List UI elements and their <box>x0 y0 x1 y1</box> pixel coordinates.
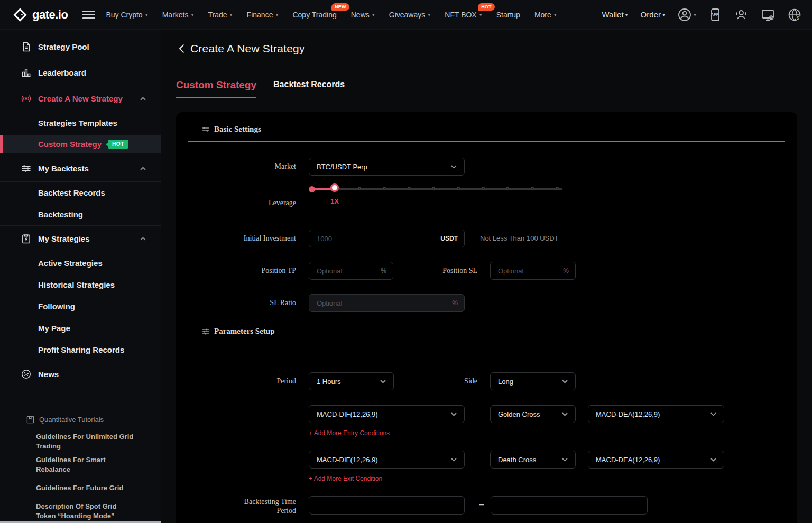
period-label: Period <box>176 377 296 386</box>
slider-track[interactable] <box>312 188 562 190</box>
position-sl-input[interactable] <box>497 267 563 276</box>
sidebar-item-label: Leaderboard <box>38 68 86 77</box>
sidebar-item-strategies-templates[interactable]: Strategies Templates <box>0 112 161 134</box>
back-chevron-icon[interactable] <box>179 44 184 53</box>
clipboard-icon <box>21 234 31 244</box>
sidebar-item-label: My Page <box>38 324 70 333</box>
entry-indicator-select[interactable]: MACD-DIF(12,26,9) <box>309 405 465 423</box>
caret-down-icon: ▾ <box>372 12 375 17</box>
initial-investment-input[interactable] <box>316 234 440 243</box>
slider-tick <box>506 187 509 190</box>
slider-tick <box>408 187 411 190</box>
leverage-value: 1X <box>330 197 339 205</box>
sidebar-item-backtesting[interactable]: Backtesting <box>0 204 161 225</box>
leverage-slider[interactable] <box>309 186 562 192</box>
tutorial-link-hoarding-mode[interactable]: Description Of Spot Grid Token “Hoarding… <box>0 500 161 523</box>
tab-custom-strategy[interactable]: Custom Strategy <box>176 79 256 98</box>
sliders-icon <box>201 328 210 335</box>
slider-handle[interactable] <box>330 183 339 192</box>
exit-indicator-select[interactable]: MACD-DIF(12,26,9) <box>309 451 465 469</box>
chevron-down-icon <box>451 412 457 416</box>
sidebar-item-label: Custom Strategy <box>38 140 102 149</box>
bar-chart-icon <box>21 68 31 78</box>
usdt-unit: USDT <box>440 235 458 242</box>
sidebar-item-historical-strategies[interactable]: Historical Strategies <box>0 274 161 296</box>
sidebar-item-my-backtests[interactable]: My Backtests <box>0 155 161 181</box>
top-navbar: gate.io Buy Crypto▾ Markets▾ Trade▾ Fina… <box>0 0 812 30</box>
nav-item-nft-box[interactable]: NFT BOX▾HOT <box>445 11 482 19</box>
tutorial-link-future-grid[interactable]: Guidelines For Future Grid <box>0 476 161 500</box>
support-icon[interactable] <box>734 8 748 22</box>
sl-ratio-input[interactable] <box>316 299 452 308</box>
section-title: Parameters Setup <box>214 327 275 336</box>
side-label: Side <box>356 377 477 386</box>
slider-tick <box>358 187 361 190</box>
globe-currency-icon[interactable]: $ <box>788 8 801 22</box>
slider-start-dot <box>309 186 315 192</box>
sidebar-item-label: Backtesting <box>38 210 83 219</box>
sidebar-item-backtest-records[interactable]: Backtest Records <box>0 182 161 204</box>
sidebar-item-custom-strategy[interactable]: Custom Strategy HOT <box>0 135 161 153</box>
exit-condition-select[interactable]: Death Cross <box>490 451 576 469</box>
nav-item-trade[interactable]: Trade▾ <box>208 11 233 19</box>
sidebar-item-news[interactable]: News <box>0 361 161 387</box>
sidebar-item-quantitative-tutorials[interactable]: Quantitative Tutorials <box>0 409 161 430</box>
entry-condition-select[interactable]: Golden Cross <box>490 405 576 423</box>
hamburger-menu-icon[interactable] <box>82 11 95 19</box>
add-entry-condition-link[interactable]: + Add More Entry Conditions <box>309 429 390 437</box>
side-select[interactable]: Long <box>490 372 576 390</box>
wallet-menu[interactable]: Wallet▾ <box>602 10 628 19</box>
sidebar-horizontal-scrollbar[interactable] <box>0 521 161 523</box>
desktop-settings-icon[interactable] <box>761 8 775 22</box>
tutorial-link-smart-rebalance[interactable]: Guidelines For Smart Rebalance <box>0 453 161 476</box>
chevron-down-icon <box>562 458 568 462</box>
percent-suffix: % <box>452 299 458 307</box>
section-title: Basic Settings <box>214 125 261 134</box>
chevron-down-icon <box>451 165 457 169</box>
position-sl-label: Position SL <box>356 267 477 275</box>
entry-condition-value: Golden Cross <box>498 410 540 418</box>
add-exit-condition-link[interactable]: + Add More Exit Condition <box>309 475 382 482</box>
gateio-logo[interactable]: gate.io <box>13 7 68 22</box>
leverage-label: Leverage <box>176 199 296 207</box>
sidebar-item-profit-sharing-records[interactable]: Profit Sharing Records <box>0 339 161 361</box>
entry-target-select[interactable]: MACD-DEA(12,26,9) <box>588 405 724 423</box>
chevron-down-icon <box>562 380 568 383</box>
hot-badge: HOT <box>108 140 128 149</box>
nav-item-more[interactable]: More▾ <box>534 11 557 19</box>
caret-down-icon: ▾ <box>191 12 193 17</box>
order-menu[interactable]: Order▾ <box>641 10 665 19</box>
exit-condition-value: Death Cross <box>498 456 536 464</box>
nav-item-markets[interactable]: Markets▾ <box>162 11 194 19</box>
tab-backtest-records[interactable]: Backtest Records <box>273 80 345 98</box>
slider-tick <box>556 187 559 190</box>
nav-item-copy-trading[interactable]: Copy TradingNEW <box>292 11 336 19</box>
sidebar-item-label: My Strategies <box>38 234 90 243</box>
sidebar-item-label: News <box>38 370 59 379</box>
sidebar-item-my-strategies[interactable]: My Strategies <box>0 226 161 252</box>
sidebar-item-following[interactable]: Following <box>0 296 161 317</box>
backtest-end-input[interactable] <box>497 501 641 510</box>
news-icon <box>21 369 31 379</box>
sidebar-item-active-strategies[interactable]: Active Strategies <box>0 252 161 274</box>
market-select[interactable]: BTC/USDT Perp <box>309 158 465 176</box>
backtesting-time-period-label: Backtesting Time Period <box>176 497 296 515</box>
nav-item-buy-crypto[interactable]: Buy Crypto▾ <box>106 11 147 19</box>
market-label: Market <box>176 162 296 171</box>
sidebar-item-my-page[interactable]: My Page <box>0 317 161 339</box>
sidebar-item-label: My Backtests <box>38 164 89 173</box>
account-icon[interactable]: ▾ <box>678 8 696 22</box>
exit-target-select[interactable]: MACD-DEA(12,26,9) <box>588 451 724 469</box>
side-value: Long <box>498 378 513 386</box>
sidebar-item-strategy-pool[interactable]: Strategy Pool <box>0 34 161 60</box>
nav-item-giveaways[interactable]: Giveaways▾ <box>389 11 431 19</box>
backtest-start-input[interactable] <box>316 501 458 510</box>
app-download-icon[interactable]: APP <box>709 8 722 22</box>
sidebar-item-create-new-strategy[interactable]: Create A New Strategy <box>0 86 161 112</box>
sidebar-item-leaderboard[interactable]: Leaderboard <box>0 60 161 86</box>
nav-item-news[interactable]: News▾ <box>351 11 375 19</box>
tutorial-link-unlimited-grid[interactable]: Guidelines For Unlimited Grid Trading <box>0 430 161 453</box>
nav-item-finance[interactable]: Finance▾ <box>247 11 279 19</box>
nav-item-startup[interactable]: Startup <box>496 11 520 19</box>
hot-badge: HOT <box>478 3 495 11</box>
